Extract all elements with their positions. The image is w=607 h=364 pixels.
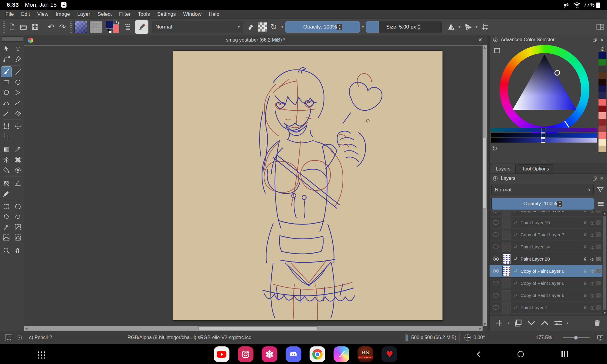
float-docker-icon[interactable] — [592, 37, 597, 42]
menu-item-image[interactable]: Image — [52, 10, 73, 18]
scroll-up-icon[interactable]: ▲ — [483, 46, 487, 49]
layer-row[interactable]: Paint Layer 7α — [490, 302, 602, 314]
select-rectangular-tool[interactable] — [1, 201, 12, 212]
layer-thumbnail[interactable] — [502, 290, 511, 301]
move-layer-down-button[interactable] — [525, 317, 537, 329]
chrome-app-icon[interactable] — [310, 346, 325, 362]
layer-alpha-checker-icon[interactable] — [596, 220, 601, 225]
inherit-alpha-icon[interactable] — [513, 281, 519, 286]
scroll-down-icon[interactable]: ▼ — [483, 323, 487, 326]
layer-alpha-lock-icon[interactable]: α — [590, 280, 594, 287]
history-swatch-2[interactable] — [599, 66, 606, 72]
menu-item-layer[interactable]: Layer — [74, 10, 94, 18]
layer-lock-icon[interactable] — [583, 281, 588, 286]
zoom-percent[interactable]: 177.5% — [536, 335, 552, 340]
layer-name[interactable]: Copy of Paint Layer 7 — [521, 232, 581, 237]
measure-tool[interactable] — [13, 178, 23, 188]
chevron-down-icon[interactable]: ▾ — [281, 25, 283, 29]
opacity-slider[interactable]: Opacity: 100% ▲▼ — [285, 21, 360, 33]
layer-alpha-checker-icon[interactable] — [596, 281, 601, 285]
add-layer-dropdown-icon[interactable]: ▾ — [507, 317, 511, 329]
color-sampler-tool[interactable] — [13, 144, 23, 155]
gradient-tool[interactable] — [1, 144, 12, 155]
brush-size-slider[interactable]: Size: 5.00 px ▲▼ — [366, 21, 442, 33]
layer-lock-icon[interactable] — [583, 268, 588, 274]
layer-row[interactable]: Copy of Paint Layer 6α — [490, 277, 602, 289]
rectangle-tool[interactable] — [1, 77, 12, 87]
layer-row[interactable]: Copy of Paint Layer 6α — [490, 289, 602, 302]
chevron-down-icon[interactable]: ▾ — [362, 25, 364, 29]
layer-visibility-toggle[interactable] — [491, 244, 500, 249]
inherit-alpha-icon[interactable] — [513, 232, 519, 238]
heart-app-icon[interactable]: ♥ — [381, 346, 397, 362]
layer-options-menu-icon[interactable] — [597, 200, 605, 208]
enclose-fill-tool[interactable] — [13, 165, 23, 175]
menu-item-file[interactable]: File — [2, 10, 17, 18]
color-wheel[interactable] — [500, 45, 589, 135]
inherit-alpha-icon[interactable] — [513, 256, 519, 262]
opacity-spinner[interactable]: ▲▼ — [337, 24, 342, 30]
chevron-down-icon[interactable]: ▾ — [476, 25, 477, 29]
layer-lock-icon[interactable] — [583, 211, 588, 213]
layer-alpha-checker-icon[interactable] — [596, 257, 601, 261]
layer-filter-icon[interactable] — [596, 186, 605, 194]
eraser-mode-button[interactable] — [245, 21, 256, 33]
menu-item-tools[interactable]: Tools — [134, 10, 154, 18]
pattern-edit-tool[interactable] — [1, 155, 12, 165]
inherit-alpha-icon[interactable] — [513, 220, 519, 225]
freehand-brush-tool[interactable] — [1, 67, 12, 77]
choose-workspace-button[interactable] — [594, 21, 606, 33]
assistants-tool[interactable] — [1, 178, 12, 188]
history-swatch-10[interactable] — [599, 119, 606, 126]
select-by-color-tool[interactable] — [13, 222, 23, 232]
discord-app-icon[interactable] — [286, 346, 301, 362]
layer-thumbnail[interactable] — [502, 242, 511, 252]
layer-blend-mode-dropdown[interactable]: Normal ▾ — [491, 184, 594, 196]
layer-opacity-slider[interactable]: Opacity: 100% ▲▼ — [491, 198, 594, 210]
value-bar[interactable] — [491, 138, 597, 143]
layer-lock-icon[interactable] — [583, 232, 588, 237]
scroll-right-icon[interactable]: ▶ — [478, 327, 483, 330]
layer-lock-icon[interactable] — [583, 220, 588, 225]
layer-thumbnail[interactable] — [502, 315, 511, 315]
inherit-alpha-icon[interactable] — [513, 211, 519, 213]
background-color-swatch[interactable] — [113, 24, 119, 33]
layer-row[interactable]: Copy of Paint Layer 6α — [490, 211, 602, 217]
inherit-alpha-icon[interactable] — [513, 305, 519, 310]
layer-name[interactable]: Copy of Paint Layer 6 — [521, 281, 581, 286]
select-shapes-tool[interactable] — [1, 43, 12, 54]
redo-button[interactable]: ↷ — [57, 21, 68, 33]
reference-images-tool[interactable] — [1, 188, 12, 199]
move-tool[interactable] — [13, 121, 23, 131]
new-document-button[interactable] — [6, 21, 18, 33]
layer-row[interactable]: Paint Layer 20α — [490, 253, 602, 265]
paint-app-icon[interactable] — [334, 346, 349, 362]
menu-item-filter[interactable]: Filter — [115, 10, 134, 18]
reload-preset-button[interactable]: ↻ — [268, 21, 280, 33]
layer-thumbnail[interactable] — [502, 302, 511, 313]
history-swatch-6[interactable] — [599, 92, 606, 99]
mirror-horizontal-button[interactable] — [462, 21, 474, 33]
layer-lock-icon[interactable] — [583, 256, 588, 261]
default-white-swatch[interactable] — [109, 31, 112, 33]
history-swatch-12[interactable] — [599, 132, 606, 139]
scroll-down-icon[interactable]: ▼ — [602, 312, 607, 315]
canvas-vertical-scrollbar[interactable]: ▲ ▼ — [483, 46, 487, 326]
history-swatch-3[interactable] — [599, 72, 606, 79]
layer-row[interactable]: Paint Layer 14α — [490, 241, 602, 253]
history-swatch-8[interactable] — [599, 106, 606, 112]
history-swatch-0[interactable] — [599, 52, 606, 59]
pattern-chooser[interactable] — [90, 21, 102, 33]
layer-opacity-spinner[interactable]: ▲▼ — [557, 201, 562, 207]
docker-lock-icon[interactable] — [493, 176, 498, 181]
mirror-vertical-button[interactable] — [445, 21, 457, 33]
canvas-document[interactable] — [173, 51, 443, 320]
properties-dropdown-icon[interactable]: ▾ — [565, 317, 570, 329]
size-spinner[interactable]: ▲▼ — [416, 24, 421, 30]
rotation-compass-icon[interactable] — [464, 334, 472, 342]
layer-name[interactable]: Copy of Paint Layer 6 — [521, 293, 581, 298]
layer-alpha-lock-icon[interactable]: α — [590, 268, 594, 275]
layer-properties-button[interactable] — [552, 317, 564, 329]
select-similar-color-tool[interactable] — [1, 222, 12, 232]
brush-presets-icon[interactable] — [122, 21, 133, 33]
